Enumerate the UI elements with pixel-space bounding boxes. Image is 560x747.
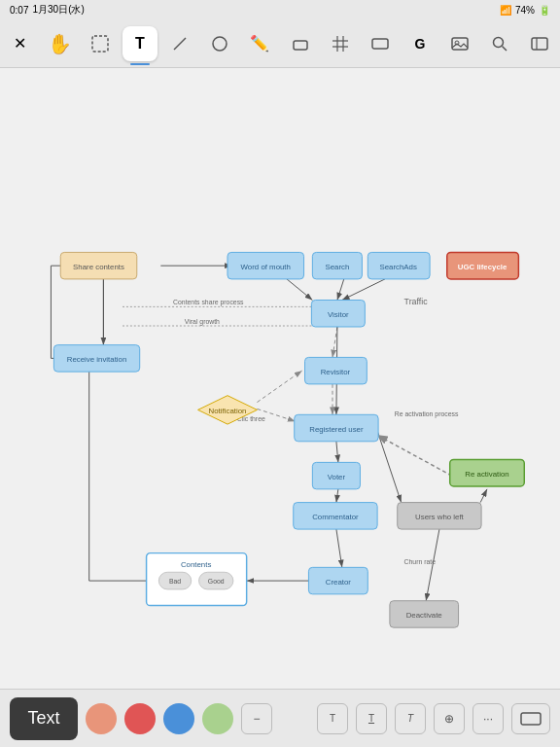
svg-text:Users who left: Users who left — [415, 513, 465, 521]
svg-line-31 — [480, 489, 487, 503]
select-tool-button[interactable] — [83, 26, 118, 61]
g-tool-button[interactable]: G — [402, 26, 438, 61]
svg-text:Commentator: Commentator — [312, 513, 359, 521]
svg-text:Voter: Voter — [328, 473, 346, 481]
svg-line-27 — [336, 529, 342, 567]
text-style-2-button[interactable]: T — [356, 703, 387, 734]
date: 1月30日(水) — [32, 3, 84, 17]
pen-tool-button[interactable]: ✏️ — [242, 26, 277, 61]
svg-rect-8 — [372, 39, 388, 49]
text-style-1-button[interactable]: T — [317, 703, 348, 734]
canvas[interactable]: Traffic Contents share process Viral gro… — [0, 68, 560, 689]
svg-text:Word of mouth: Word of mouth — [241, 263, 291, 271]
svg-text:Contents: Contents — [181, 560, 211, 569]
diagram: Traffic Contents share process Viral gro… — [0, 68, 560, 689]
svg-text:Deactivate: Deactivate — [406, 611, 443, 620]
svg-text:Visitor: Visitor — [328, 310, 349, 319]
image-tool-button[interactable] — [442, 26, 477, 61]
svg-text:SearchAds: SearchAds — [380, 263, 417, 271]
svg-text:Re activation: Re activation — [465, 470, 508, 479]
svg-line-32 — [376, 435, 452, 476]
battery: 74% — [515, 5, 535, 16]
svg-point-11 — [494, 37, 504, 47]
svg-line-25 — [336, 442, 338, 463]
svg-text:Good: Good — [208, 578, 225, 585]
svg-text:Re activation process: Re activation process — [395, 410, 459, 418]
svg-text:Contents share process: Contents share process — [173, 299, 244, 306]
svg-line-29 — [376, 428, 402, 503]
text-style-3-button[interactable]: T — [395, 703, 426, 734]
eraser-tool-button[interactable] — [283, 26, 318, 61]
more-options-button[interactable]: ··· — [472, 703, 504, 734]
svg-rect-0 — [92, 36, 108, 52]
more-button[interactable] — [522, 26, 557, 61]
close-button[interactable]: ✕ — [3, 26, 38, 61]
svg-line-19 — [337, 279, 344, 301]
svg-text:Churn rate: Churn rate — [404, 558, 437, 565]
line-tool-button[interactable] — [162, 26, 197, 61]
battery-icon: 🔋 — [539, 5, 550, 16]
svg-text:Bad: Bad — [169, 578, 181, 585]
bottom-bar: Text − T T T ⊕ ··· — [0, 689, 560, 747]
color-orange[interactable] — [86, 703, 117, 734]
svg-text:Registered user: Registered user — [309, 425, 364, 434]
svg-text:Viral growth: Viral growth — [185, 318, 220, 326]
color-green[interactable] — [202, 703, 233, 734]
time: 0:07 — [10, 5, 28, 16]
color-red[interactable] — [124, 703, 156, 734]
svg-text:UGC lifecycle: UGC lifecycle — [458, 263, 508, 271]
minus-button[interactable]: − — [241, 703, 272, 734]
svg-text:Share contents: Share contents — [73, 263, 124, 271]
svg-line-12 — [503, 46, 508, 51]
text-tool-button[interactable]: T — [122, 26, 158, 61]
color-blue[interactable] — [163, 703, 194, 734]
add-button[interactable]: ⊕ — [434, 703, 465, 734]
svg-line-20 — [342, 279, 385, 301]
card-tool-button[interactable] — [363, 26, 398, 61]
svg-text:Revisitor: Revisitor — [321, 368, 351, 376]
svg-text:Creator: Creator — [326, 578, 352, 587]
search-button[interactable] — [482, 26, 517, 61]
svg-point-2 — [213, 37, 227, 51]
text-mode-button[interactable]: Text — [10, 697, 78, 740]
svg-rect-83 — [521, 713, 541, 725]
shape-button[interactable] — [511, 703, 550, 734]
svg-line-1 — [174, 38, 186, 50]
circle-tool-button[interactable] — [202, 26, 237, 61]
svg-rect-13 — [532, 38, 547, 50]
hand-tool-button[interactable]: ✋ — [43, 26, 78, 61]
svg-text:Notification: Notification — [209, 407, 247, 415]
svg-line-24 — [257, 371, 301, 402]
svg-text:Traffic: Traffic — [404, 297, 429, 306]
wifi-icon: 📶 — [500, 5, 511, 16]
toolbar: ✕ ✋ T ✏️ G — [0, 19, 560, 68]
svg-rect-3 — [294, 41, 307, 50]
svg-rect-9 — [452, 38, 468, 50]
status-bar: 0:07 1月30日(水) 📶 74% 🔋 — [0, 0, 560, 19]
svg-line-26 — [336, 489, 338, 503]
svg-text:Receive invitation: Receive invitation — [67, 355, 126, 364]
grid-tool-button[interactable] — [323, 26, 358, 61]
svg-text:Search: Search — [325, 263, 349, 271]
